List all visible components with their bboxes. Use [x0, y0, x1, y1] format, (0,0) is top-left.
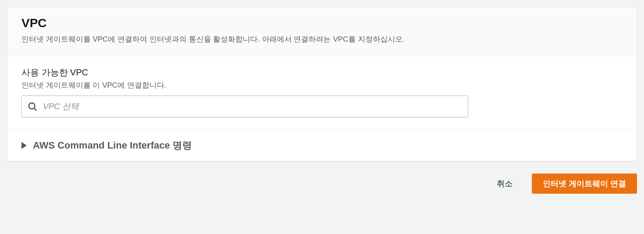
panel-body: 사용 가능한 VPC 인터넷 게이트웨이를 이 VPC에 연결합니다.: [7, 56, 637, 130]
attach-gateway-button[interactable]: 인터넷 게이트웨이 연결: [532, 174, 637, 194]
panel-header: VPC 인터넷 게이트웨이를 VPC에 연결하여 인터넷과의 통신을 활성화합니…: [7, 7, 637, 56]
search-icon: [28, 102, 37, 111]
svg-line-1: [34, 108, 37, 111]
page-title: VPC: [21, 16, 623, 30]
vpc-field-description: 인터넷 게이트웨이를 이 VPC에 연결합니다.: [21, 80, 623, 90]
vpc-panel: VPC 인터넷 게이트웨이를 VPC에 연결하여 인터넷과의 통신을 활성화합니…: [7, 7, 637, 161]
caret-right-icon: [21, 142, 27, 149]
vpc-field-label: 사용 가능한 VPC: [21, 67, 623, 78]
page-description: 인터넷 게이트웨이를 VPC에 연결하여 인터넷과의 통신을 활성화합니다. 아…: [21, 34, 623, 45]
svg-point-0: [29, 103, 35, 109]
vpc-select-wrapper: [21, 96, 468, 117]
cli-expandable-toggle[interactable]: AWS Command Line Interface 명령: [21, 139, 623, 152]
cli-expandable-section: AWS Command Line Interface 명령: [7, 130, 637, 161]
vpc-select-input[interactable]: [21, 96, 468, 117]
cli-section-title: AWS Command Line Interface 명령: [33, 139, 192, 152]
cancel-button[interactable]: 취소: [486, 174, 523, 193]
footer-actions: 취소 인터넷 게이트웨이 연결: [7, 161, 637, 197]
